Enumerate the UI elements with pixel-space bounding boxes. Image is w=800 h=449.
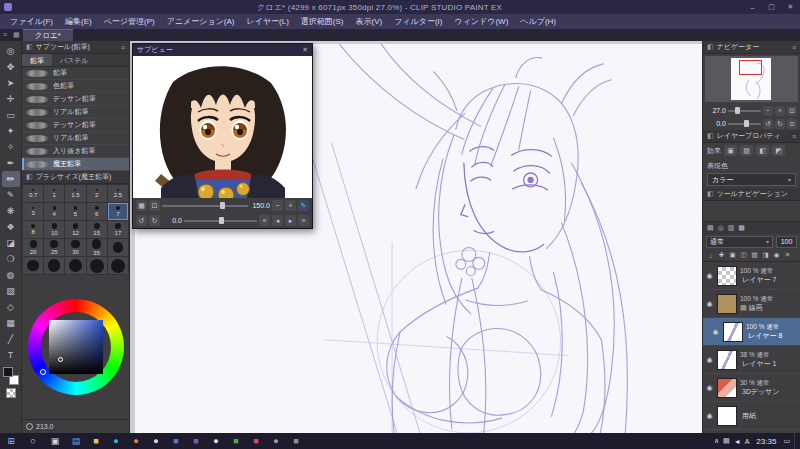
brush-size-cell[interactable]: 15: [87, 221, 107, 238]
tool-icon[interactable]: ✏: [2, 171, 20, 187]
taskbar-app-icon[interactable]: ■: [86, 433, 106, 449]
layer-row[interactable]: ◉ 30 % 通常 3Dデッサン: [703, 374, 800, 402]
menu-item[interactable]: 選択範囲(S): [295, 14, 350, 29]
start-button[interactable]: ⊞: [0, 433, 22, 449]
brush-list-item[interactable]: デッサン鉛筆: [22, 119, 129, 132]
slider-thumb[interactable]: [220, 202, 225, 209]
brush-list-item[interactable]: デッサン鉛筆: [22, 93, 129, 106]
tool-icon[interactable]: ◪: [2, 235, 20, 251]
navigator-zoom-slider[interactable]: [728, 110, 761, 112]
taskbar-app-icon[interactable]: ●: [206, 433, 226, 449]
layer-command-icon[interactable]: ◨: [761, 250, 770, 260]
layer-command-icon[interactable]: ↓: [706, 250, 715, 260]
tool-icon[interactable]: ◇: [2, 299, 20, 315]
layer-command-icon[interactable]: ◫: [739, 250, 748, 260]
tool-icon[interactable]: ❋: [2, 203, 20, 219]
subview-control-icon[interactable]: ▦: [136, 200, 147, 211]
tabbar-icon[interactable]: ≡: [0, 29, 10, 41]
brush-size-cell[interactable]: 60: [44, 257, 64, 274]
tool-icon[interactable]: ✎: [2, 187, 20, 203]
brush-list-item[interactable]: 入り抜き鉛筆: [22, 145, 129, 158]
taskbar-app-icon[interactable]: ■: [166, 433, 186, 449]
brush-size-cell[interactable]: 8: [23, 221, 43, 238]
layer-row[interactable]: ◉ 100 % 通常 レイヤー 7: [703, 262, 800, 290]
subtool-tab[interactable]: パステル: [52, 54, 97, 66]
layer-thumbnail[interactable]: [717, 406, 737, 426]
subview-control-icon[interactable]: +: [285, 200, 296, 211]
layers-tab-icon[interactable]: ▥: [728, 224, 735, 232]
show-desktop-button[interactable]: [794, 433, 798, 449]
layers-tab-icon[interactable]: ▦: [738, 224, 745, 232]
navigator-zoom-icon[interactable]: −: [763, 106, 773, 116]
brush-list-item[interactable]: 鉛筆: [22, 67, 129, 80]
brush-size-cell[interactable]: 5: [65, 203, 85, 220]
layer-thumbnail[interactable]: [717, 266, 737, 286]
layers-tab-icon[interactable]: ◎: [718, 224, 724, 232]
tool-icon[interactable]: ✧: [2, 139, 20, 155]
brush-size-cell[interactable]: 4: [44, 203, 64, 220]
menu-item[interactable]: ヘルプ(H): [514, 14, 562, 29]
reference-image[interactable]: [133, 56, 312, 198]
menu-item[interactable]: ページ管理(P): [98, 14, 161, 29]
taskbar-app-icon[interactable]: ●: [146, 433, 166, 449]
search-icon[interactable]: ○: [22, 433, 44, 449]
layer-thumbnail[interactable]: [717, 294, 737, 314]
tray-icon[interactable]: ◄: [734, 438, 741, 445]
layer-command-icon[interactable]: ▣: [728, 250, 737, 260]
brush-size-cell[interactable]: 10: [44, 221, 64, 238]
visibility-eye-icon[interactable]: ◉: [705, 272, 714, 280]
tool-icon[interactable]: ✛: [2, 91, 20, 107]
expression-color-dropdown[interactable]: カラー ▾: [707, 173, 796, 186]
visibility-eye-icon[interactable]: ◉: [705, 356, 714, 364]
subview-window[interactable]: サブビュー ✕: [132, 43, 313, 229]
subview-control-icon[interactable]: ✎: [298, 200, 309, 211]
brush-size-cell[interactable]: 70: [65, 257, 85, 274]
layer-thumbnail[interactable]: [717, 350, 737, 370]
brush-list-item[interactable]: リアル鉛筆: [22, 132, 129, 145]
tool-icon[interactable]: ✥: [2, 59, 20, 75]
taskbar-app-icon[interactable]: ●: [106, 433, 126, 449]
tool-icon[interactable]: T: [2, 347, 20, 363]
brush-size-cell[interactable]: 1: [44, 185, 64, 202]
layer-command-icon[interactable]: ◉: [772, 250, 781, 260]
tool-icon[interactable]: ▦: [2, 315, 20, 331]
brush-size-cell[interactable]: 2.5: [108, 185, 128, 202]
brush-size-cell[interactable]: 0.7: [23, 185, 43, 202]
tray-icon[interactable]: ∧: [714, 437, 719, 445]
tool-icon[interactable]: ❖: [2, 219, 20, 235]
subview-rotate-slider[interactable]: [184, 220, 257, 222]
subview-rotate-icon[interactable]: ↺: [136, 215, 147, 226]
effect-icon[interactable]: ▣: [724, 145, 737, 156]
brush-list-item[interactable]: リアル鉛筆: [22, 106, 129, 119]
effect-icon[interactable]: ◩: [772, 145, 785, 156]
hue-ring[interactable]: [28, 299, 124, 395]
brush-size-cell[interactable]: 50: [23, 257, 43, 274]
visibility-eye-icon[interactable]: ◉: [705, 412, 714, 420]
panel-menu-icon[interactable]: ≡: [792, 44, 796, 51]
layer-row[interactable]: ◉ 100 % 通常 レイヤー 8: [703, 318, 800, 346]
navigator-zoom-icon[interactable]: +: [775, 106, 785, 116]
layer-command-icon[interactable]: ✕: [783, 250, 792, 260]
layer-thumbnail[interactable]: [723, 322, 743, 342]
navigator-zoom-icon[interactable]: ⊡: [787, 106, 797, 116]
menu-item[interactable]: ウィンドウ(W): [448, 14, 514, 29]
brush-size-cell[interactable]: 30: [65, 239, 85, 256]
brush-size-cell[interactable]: 7: [108, 203, 128, 220]
effect-icon[interactable]: ◧: [756, 145, 769, 156]
tool-icon[interactable]: ◎: [2, 43, 20, 59]
brush-size-cell[interactable]: 12: [65, 221, 85, 238]
transparent-color-swatch[interactable]: [6, 388, 16, 398]
subview-close-icon[interactable]: ✕: [302, 46, 308, 54]
taskbar-app-icon[interactable]: ▤: [66, 433, 86, 449]
navigator-preview[interactable]: [705, 56, 798, 102]
notification-icon[interactable]: ▭: [783, 437, 790, 445]
blend-mode-dropdown[interactable]: 通常 ▾: [706, 236, 773, 248]
brush-size-cell[interactable]: 1.5: [65, 185, 85, 202]
layer-command-icon[interactable]: ▧: [750, 250, 759, 260]
navigator-rotate-icon[interactable]: ⊙: [787, 119, 797, 129]
taskbar-app-icon[interactable]: ●: [126, 433, 146, 449]
effect-icon[interactable]: ▨: [740, 145, 753, 156]
tool-icon[interactable]: ◍: [2, 267, 20, 283]
panel-menu-icon[interactable]: ≡: [792, 133, 796, 140]
menu-item[interactable]: 表示(V): [350, 14, 389, 29]
